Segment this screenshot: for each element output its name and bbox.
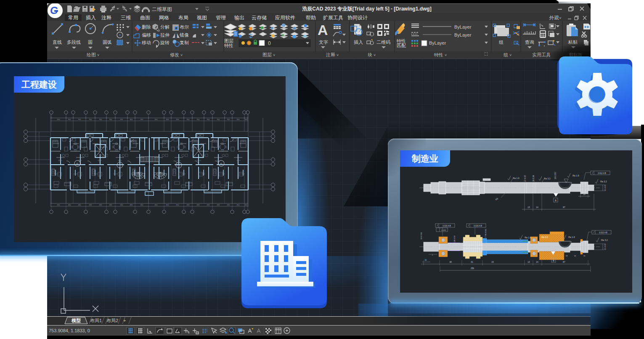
svg-text:4800: 4800 [99, 204, 102, 206]
svg-text:12-0.03: 12-0.03 [604, 243, 606, 250]
svg-text:M M: M M [139, 176, 141, 178]
svg-text:B: B [555, 199, 557, 202]
svg-text:3600: 3600 [186, 119, 189, 120]
svg-text:3600: 3600 [120, 119, 123, 120]
svg-text:M: M [178, 162, 179, 163]
svg-text:15: 15 [583, 255, 586, 257]
svg-text:4800: 4800 [196, 204, 199, 206]
svg-text:0.015 A B: 0.015 A B [474, 225, 482, 227]
svg-text:B: B [553, 259, 554, 262]
svg-text:0.012 A B: 0.012 A B [598, 172, 606, 174]
svg-text:3600: 3600 [154, 119, 157, 120]
svg-text:G: G [119, 164, 121, 167]
svg-text:0.012 A B: 0.012 A B [599, 232, 607, 234]
svg-text:4800: 4800 [154, 204, 157, 206]
svg-text:Ra 1.6: Ra 1.6 [525, 236, 531, 239]
svg-text:87: 87 [563, 261, 565, 263]
svg-text:二维草图: 二维草图 [152, 6, 172, 12]
svg-text:布局1: 布局1 [90, 318, 102, 323]
svg-text:3600: 3600 [217, 119, 220, 120]
svg-text:15: 15 [583, 193, 586, 195]
svg-text:M: M [60, 162, 61, 163]
svg-text:Ra 3.2: Ra 3.2 [544, 177, 550, 180]
svg-text:12-0.03: 12-0.03 [604, 184, 606, 191]
svg-text:4800: 4800 [166, 204, 169, 206]
svg-text:13: 13 [527, 261, 530, 263]
svg-text:0.005: 0.005 [442, 229, 447, 231]
svg-text:3600: 3600 [207, 119, 209, 120]
svg-text:18: 18 [566, 255, 568, 257]
svg-text:M M: M M [158, 176, 160, 178]
svg-text:4800: 4800 [207, 204, 209, 206]
svg-text:M: M [238, 162, 239, 163]
svg-text:0.015 A B: 0.015 A B [443, 225, 451, 227]
svg-text:4800: 4800 [217, 204, 220, 206]
svg-text:3600: 3600 [99, 119, 102, 120]
svg-text:4800: 4800 [176, 204, 179, 206]
svg-text:11: 11 [425, 259, 427, 261]
svg-text:G: G [77, 163, 79, 165]
svg-text:Ra 1.6: Ra 1.6 [568, 236, 575, 238]
svg-text:14: 14 [536, 206, 538, 208]
svg-text:4800: 4800 [186, 204, 189, 206]
svg-text:Ra 3.2: Ra 3.2 [601, 239, 607, 241]
svg-text:M: M [119, 162, 120, 163]
svg-text:3600: 3600 [78, 119, 81, 120]
svg-text:M M: M M [119, 176, 121, 178]
svg-text:M M: M M [198, 176, 200, 178]
svg-text:4800: 4800 [89, 204, 92, 206]
svg-text:17-0.03: 17-0.03 [524, 175, 526, 182]
svg-text:4800: 4800 [140, 204, 143, 206]
svg-text:Ra 3.2: Ra 3.2 [600, 180, 607, 183]
svg-text:4800: 4800 [236, 204, 239, 206]
svg-text:4800: 4800 [130, 204, 133, 206]
svg-text:3600: 3600 [176, 119, 179, 120]
svg-text:3600: 3600 [89, 119, 92, 120]
svg-text:3600: 3600 [130, 119, 133, 120]
svg-text:Ra 1.6: Ra 1.6 [572, 174, 579, 177]
svg-text:38: 38 [449, 261, 452, 263]
svg-text:M: M [140, 162, 140, 163]
svg-text:M: M [158, 162, 159, 163]
svg-text:4800: 4800 [227, 204, 230, 206]
svg-text:Ra 3.2: Ra 3.2 [541, 236, 548, 238]
svg-text:14: 14 [536, 261, 538, 263]
svg-text:3600: 3600 [244, 119, 247, 120]
svg-text:3600: 3600 [196, 119, 199, 120]
svg-text:3600: 3600 [236, 119, 239, 120]
svg-text:15: 15 [491, 261, 494, 263]
svg-text:3600: 3600 [227, 119, 230, 120]
svg-text:16.28-0.03: 16.28-0.03 [453, 235, 456, 245]
svg-text:87: 87 [563, 206, 565, 208]
svg-text:布局2: 布局2 [106, 318, 118, 323]
svg-text:256: 256 [471, 267, 474, 270]
svg-text:M M: M M [238, 176, 240, 178]
svg-text:M: M [99, 162, 100, 163]
svg-text:4800: 4800 [68, 204, 71, 206]
svg-text:16-0.04: 16-0.04 [533, 175, 535, 182]
svg-text:M: M [218, 162, 219, 163]
svg-text:3600: 3600 [140, 119, 143, 120]
svg-text:31: 31 [471, 261, 473, 263]
svg-text:3600: 3600 [109, 119, 112, 120]
svg-text:4800: 4800 [109, 204, 112, 206]
svg-text:4800: 4800 [120, 204, 123, 206]
svg-text:1: 1 [432, 254, 433, 256]
svg-text:R1: R1 [495, 197, 498, 201]
svg-text:7.78-0.011: 7.78-0.011 [485, 229, 487, 238]
svg-text:3600: 3600 [166, 119, 169, 120]
svg-text:M M: M M [218, 176, 220, 178]
svg-text:G: G [220, 163, 223, 165]
svg-text:13: 13 [527, 206, 530, 208]
svg-text:模型: 模型 [71, 318, 81, 323]
svg-text:M M: M M [59, 176, 61, 178]
svg-text:4800: 4800 [57, 204, 60, 206]
svg-text:M M: M M [178, 176, 180, 178]
svg-text:G: G [178, 164, 180, 167]
svg-text:M: M [199, 162, 199, 163]
svg-text:4800: 4800 [78, 204, 81, 206]
svg-text:16-0.007: 16-0.007 [554, 171, 557, 179]
svg-text:3600: 3600 [57, 119, 60, 120]
svg-text:3600: 3600 [68, 119, 71, 120]
svg-text:M: M [80, 162, 80, 163]
